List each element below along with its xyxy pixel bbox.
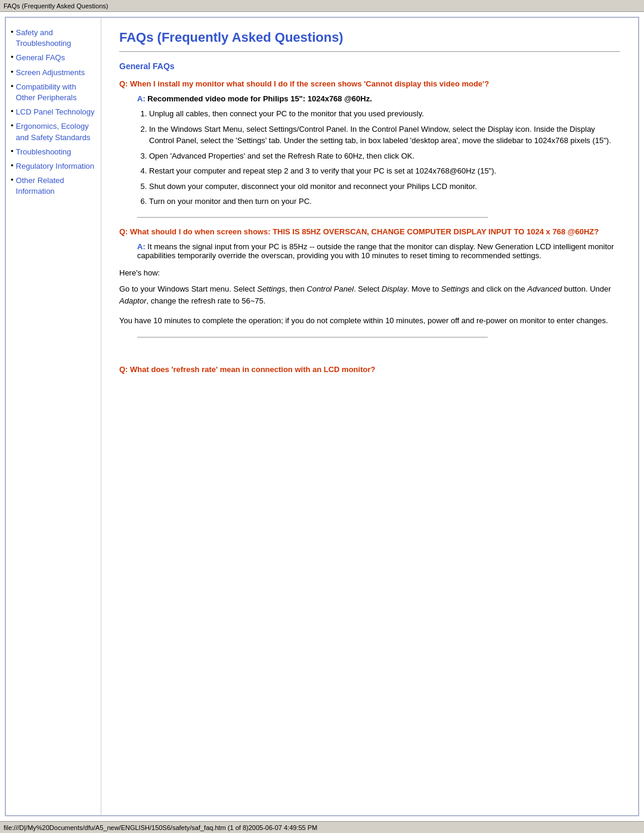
sidebar-item-screen-adjustments: • Screen Adjustments (11, 67, 96, 79)
title-bar: FAQs (Frequently Asked Questions) (0, 0, 644, 12)
sidebar-link-ergonomics[interactable]: Ergonomics, Ecology and Safety Standards (16, 121, 96, 143)
bullet-compatibility: • (11, 82, 14, 104)
italic-settings-2: Settings (441, 284, 469, 293)
sidebar-link-compatibility[interactable]: Compatibility with Other Peripherals (16, 82, 96, 103)
bullet-troubleshooting: • (11, 147, 14, 159)
bullet-safety: • (11, 27, 14, 50)
status-bar: file:///D|/My%20Documents/dfu/A5_new/ENG… (0, 821, 644, 833)
sidebar: • Safety and Troubleshooting • General F… (6, 18, 101, 815)
answer-block-2: A: It means the signal input from your P… (137, 242, 620, 260)
list-item: Turn on your monitor and then turn on yo… (149, 196, 620, 208)
italic-advanced: Advanced (527, 284, 562, 293)
sidebar-item-regulatory: • Regulatory Information (11, 161, 96, 173)
answer-label-2: A: (137, 242, 147, 251)
italic-control-panel: Control Panel (306, 284, 354, 293)
sidebar-item-compatibility: • Compatibility with Other Peripherals (11, 82, 96, 104)
section-divider-2 (137, 337, 488, 337)
answer-block-1: A: Recommended video mode for Philips 15… (137, 94, 620, 208)
question-1: Q: When I install my monitor what should… (119, 79, 620, 88)
list-item: In the Windows Start Menu, select Settin… (149, 123, 620, 147)
bullet-lcd-panel: • (11, 107, 14, 119)
answer-intro-text: Recommended video mode for Philips 15": … (147, 94, 371, 103)
sidebar-link-troubleshooting[interactable]: Troubleshooting (16, 147, 72, 157)
question-3: Q: What does 'refresh rate' mean in conn… (119, 365, 620, 374)
sidebar-item-safety: • Safety and Troubleshooting (11, 27, 96, 50)
content-area: FAQs (Frequently Asked Questions) Genera… (101, 18, 638, 815)
sidebar-link-other-related[interactable]: Other Related Information (16, 175, 96, 197)
sidebar-item-other-related: • Other Related Information (11, 175, 96, 198)
list-item: Unplug all cables, then connect your PC … (149, 108, 620, 120)
sidebar-link-general-faqs[interactable]: General FAQs (16, 52, 65, 63)
sidebar-item-general-faqs: • General FAQs (11, 52, 96, 64)
list-item: Restart your computer and repeat step 2 … (149, 165, 620, 177)
paragraph-10min: You have 10 minutes to complete the oper… (119, 315, 620, 327)
sidebar-item-ergonomics: • Ergonomics, Ecology and Safety Standar… (11, 121, 96, 144)
answer-list-1: Unplug all cables, then connect your PC … (149, 108, 620, 208)
italic-adaptor: Adaptor (119, 296, 147, 305)
section-divider-1 (137, 217, 488, 218)
sidebar-link-regulatory[interactable]: Regulatory Information (16, 161, 95, 172)
sidebar-link-lcd-panel[interactable]: LCD Panel Technology (16, 107, 95, 117)
answer-label-1: A: (137, 94, 147, 103)
section-title-general-faqs: General FAQs (119, 61, 620, 71)
page-title: FAQs (Frequently Asked Questions) (119, 30, 620, 45)
sidebar-link-safety[interactable]: Safety and Troubleshooting (16, 27, 96, 49)
bullet-general-faqs: • (11, 52, 14, 64)
status-bar-text: file:///D|/My%20Documents/dfu/A5_new/ENG… (4, 824, 317, 831)
title-divider (119, 51, 620, 52)
paragraph-settings: Go to your Windows Start menu. Select Se… (119, 283, 620, 308)
answer-main-text-2: It means the signal input from your PC i… (137, 242, 614, 260)
answer-intro-1: A: Recommended video mode for Philips 15… (137, 94, 620, 103)
heres-how: Here's how: (119, 268, 620, 277)
sidebar-item-lcd-panel: • LCD Panel Technology (11, 107, 96, 119)
answer-text-2: A: It means the signal input from your P… (137, 242, 620, 260)
italic-display: Display (382, 284, 407, 293)
question-2: Q: What should I do when screen shows: T… (119, 227, 620, 236)
bullet-regulatory: • (11, 161, 14, 173)
main-wrapper: • Safety and Troubleshooting • General F… (5, 17, 639, 816)
sidebar-link-screen-adjustments[interactable]: Screen Adjustments (16, 67, 85, 78)
bullet-other-related: • (11, 175, 14, 198)
list-item: Shut down your computer, disconnect your… (149, 181, 620, 193)
sidebar-item-troubleshooting: • Troubleshooting (11, 147, 96, 159)
list-item: Open 'Advanced Properties' and set the R… (149, 150, 620, 162)
bullet-screen-adjustments: • (11, 67, 14, 79)
title-bar-text: FAQs (Frequently Asked Questions) (4, 2, 108, 10)
italic-settings: Settings (257, 284, 285, 293)
bullet-ergonomics: • (11, 121, 14, 144)
